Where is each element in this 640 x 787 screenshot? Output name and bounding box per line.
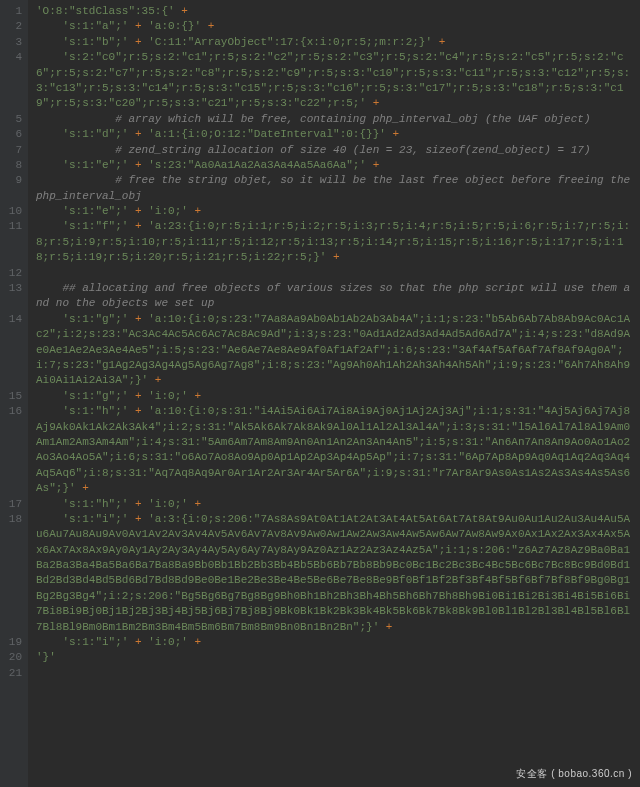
string-literal: 's:2:"c0";r:5;s:2:"c1";r:5;s:2:"c2";r:5;… — [36, 51, 630, 109]
code-line[interactable] — [36, 266, 636, 281]
code-line[interactable]: 's:1:"h";' + 'a:10:{i:0;s:31:"i4Ai5Ai6Ai… — [36, 404, 636, 496]
string-literal: 's:1:"f";' — [62, 220, 128, 232]
string-literal: 's:1:"g";' — [62, 390, 128, 402]
string-literal: 's:1:"a";' — [62, 20, 128, 32]
concat-operator: + — [76, 482, 89, 494]
concat-operator: + — [128, 498, 141, 510]
concat-operator: + — [128, 513, 141, 525]
concat-operator: + — [175, 5, 188, 17]
code-area[interactable]: 'O:8:"stdClass":35:{' + 's:1:"a";' + 'a:… — [28, 0, 640, 787]
concat-operator: + — [386, 128, 399, 140]
code-line[interactable]: # zend_string allocation of size 40 (len… — [36, 143, 636, 158]
code-line[interactable]: 's:1:"a";' + 'a:0:{}' + — [36, 19, 636, 34]
code-line[interactable]: 's:1:"f";' + 'a:23:{i:0;r:5;i:1;r:5;i:2;… — [36, 219, 636, 265]
string-literal: 's:1:"e";' — [62, 159, 128, 171]
line-number-gutter: 123456789101112131415161718192021 — [0, 0, 28, 787]
code-line[interactable]: 's:1:"d";' + 'a:1:{i:0;O:12:"DateInterva… — [36, 127, 636, 142]
concat-operator: + — [128, 220, 141, 232]
string-literal: 's:1:"e";' — [62, 205, 128, 217]
code-line[interactable]: 's:1:"b";' + 'C:11:"ArrayObject":17:{x:i… — [36, 35, 636, 50]
code-line[interactable]: 's:1:"g";' + 'i:0;' + — [36, 389, 636, 404]
string-literal: 's:23:"Aa0Aa1Aa2Aa3Aa4Aa5Aa6Aa";' — [142, 159, 366, 171]
concat-operator: + — [366, 97, 379, 109]
string-literal: 'i:0;' — [142, 498, 188, 510]
string-literal: 'a:0:{}' — [142, 20, 201, 32]
string-literal: 's:1:"h";' — [62, 405, 128, 417]
line-number: 15 — [4, 389, 22, 404]
concat-operator: + — [188, 205, 201, 217]
line-number: 18 — [4, 512, 22, 635]
string-literal: 'O:8:"stdClass":35:{' — [36, 5, 175, 17]
concat-operator: + — [366, 159, 379, 171]
line-number: 3 — [4, 35, 22, 50]
string-literal: 's:1:"b";' — [62, 36, 128, 48]
string-literal: 'i:0;' — [142, 390, 188, 402]
comment: # free the string objet, so it will be t… — [36, 174, 637, 201]
line-number: 20 — [4, 650, 22, 665]
concat-operator: + — [201, 20, 214, 32]
code-editor: 123456789101112131415161718192021 'O:8:"… — [0, 0, 640, 787]
code-line[interactable]: # free the string objet, so it will be t… — [36, 173, 636, 204]
code-line[interactable]: 'O:8:"stdClass":35:{' + — [36, 4, 636, 19]
watermark: 安全客 ( bobao.360.cn ) — [516, 767, 632, 781]
concat-operator: + — [128, 20, 141, 32]
string-literal: 's:1:"i";' — [62, 513, 128, 525]
comment: # zend_string allocation of size 40 (len… — [115, 144, 590, 156]
line-number: 14 — [4, 312, 22, 389]
code-line[interactable]: ## allocating and free objects of variou… — [36, 281, 636, 312]
line-number: 17 — [4, 497, 22, 512]
line-number: 12 — [4, 266, 22, 281]
string-literal: 's:1:"i";' — [62, 636, 128, 648]
concat-operator: + — [326, 251, 339, 263]
concat-operator: + — [379, 621, 392, 633]
code-line[interactable]: 's:1:"h";' + 'i:0;' + — [36, 497, 636, 512]
string-literal: 's:1:"d";' — [62, 128, 128, 140]
concat-operator: + — [128, 313, 141, 325]
code-line[interactable]: 's:1:"i";' + 'i:0;' + — [36, 635, 636, 650]
concat-operator: + — [188, 498, 201, 510]
line-number: 10 — [4, 204, 22, 219]
line-number: 13 — [4, 281, 22, 312]
line-number: 9 — [4, 173, 22, 204]
code-line[interactable]: 's:1:"e";' + 'i:0;' + — [36, 204, 636, 219]
concat-operator: + — [148, 374, 161, 386]
code-line[interactable]: '}' — [36, 650, 636, 665]
comment: # array which will be free, containing p… — [115, 113, 590, 125]
string-literal: 's:1:"h";' — [62, 498, 128, 510]
concat-operator: + — [188, 636, 201, 648]
concat-operator: + — [128, 405, 141, 417]
string-literal: 'i:0;' — [142, 636, 188, 648]
string-literal: 'a:1:{i:0;O:12:"DateInterval":0:{}}' — [142, 128, 386, 140]
code-line[interactable] — [36, 666, 636, 681]
concat-operator: + — [128, 390, 141, 402]
code-line[interactable]: 's:1:"i";' + 'a:3:{i:0;s:206:"7As8As9At0… — [36, 512, 636, 635]
string-literal: 'a:3:{i:0;s:206:"7As8As9At0At1At2At3At4A… — [36, 513, 630, 633]
string-literal: 'i:0;' — [142, 205, 188, 217]
concat-operator: + — [128, 636, 141, 648]
line-number: 5 — [4, 112, 22, 127]
string-literal: 'C:11:"ArrayObject":17:{x:i:0;r:5;;m:r:2… — [142, 36, 432, 48]
code-line[interactable]: 's:1:"e";' + 's:23:"Aa0Aa1Aa2Aa3Aa4Aa5Aa… — [36, 158, 636, 173]
concat-operator: + — [128, 128, 141, 140]
line-number: 16 — [4, 404, 22, 496]
line-number: 21 — [4, 666, 22, 681]
line-number: 1 — [4, 4, 22, 19]
line-number: 11 — [4, 219, 22, 265]
code-line[interactable]: 's:2:"c0";r:5;s:2:"c1";r:5;s:2:"c2";r:5;… — [36, 50, 636, 112]
line-number: 7 — [4, 143, 22, 158]
string-literal: '}' — [36, 651, 56, 663]
code-line[interactable]: 's:1:"g";' + 'a:10:{i:0;s:23:"7Aa8Aa9Ab0… — [36, 312, 636, 389]
line-number: 8 — [4, 158, 22, 173]
code-line[interactable]: # array which will be free, containing p… — [36, 112, 636, 127]
concat-operator: + — [432, 36, 445, 48]
concat-operator: + — [128, 205, 141, 217]
comment: ## allocating and free objects of variou… — [36, 282, 630, 309]
string-literal: 's:1:"g";' — [62, 313, 128, 325]
string-literal: 'a:10:{i:0;s:31:"i4Ai5Ai6Ai7Ai8Ai9Aj0Aj1… — [36, 405, 630, 494]
concat-operator: + — [128, 159, 141, 171]
concat-operator: + — [128, 36, 141, 48]
line-number: 4 — [4, 50, 22, 112]
concat-operator: + — [188, 390, 201, 402]
line-number: 2 — [4, 19, 22, 34]
line-number: 6 — [4, 127, 22, 142]
